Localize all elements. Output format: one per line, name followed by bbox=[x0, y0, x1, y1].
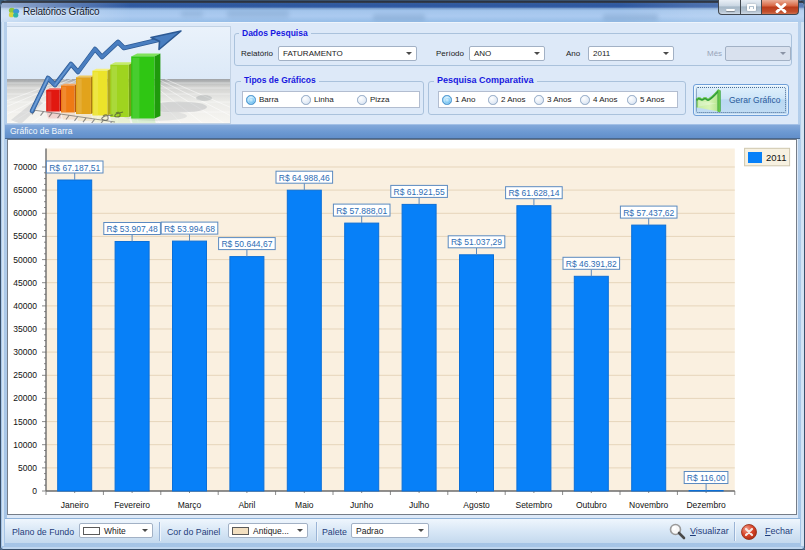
svg-text:Abril: Abril bbox=[238, 500, 255, 510]
svg-text:55000: 55000 bbox=[13, 231, 37, 241]
svg-text:35000: 35000 bbox=[13, 324, 37, 334]
svg-text:R$ 67.187,51: R$ 67.187,51 bbox=[49, 163, 100, 173]
svg-text:Junho: Junho bbox=[350, 500, 373, 510]
svg-text:R$ 51.037,29: R$ 51.037,29 bbox=[451, 237, 502, 247]
svg-text:40000: 40000 bbox=[13, 301, 37, 311]
svg-text:R$ 57.437,62: R$ 57.437,62 bbox=[623, 208, 674, 218]
svg-text:Novembro: Novembro bbox=[629, 500, 668, 510]
svg-text:R$ 61.628,14: R$ 61.628,14 bbox=[508, 188, 559, 198]
svg-text:20000: 20000 bbox=[13, 393, 37, 403]
svg-text:Fevereiro: Fevereiro bbox=[114, 500, 150, 510]
svg-text:Março: Março bbox=[178, 500, 202, 510]
svg-text:0: 0 bbox=[32, 486, 37, 496]
svg-text:R$ 53.994,68: R$ 53.994,68 bbox=[164, 224, 215, 234]
svg-text:Setembro: Setembro bbox=[515, 500, 552, 510]
svg-text:R$ 53.907,48: R$ 53.907,48 bbox=[107, 224, 158, 234]
svg-text:Agosto: Agosto bbox=[463, 500, 490, 510]
svg-text:R$ 46.391,82: R$ 46.391,82 bbox=[566, 259, 617, 269]
svg-text:5000: 5000 bbox=[18, 463, 37, 473]
svg-text:R$ 61.921,55: R$ 61.921,55 bbox=[394, 187, 445, 197]
svg-text:Janeiro: Janeiro bbox=[61, 500, 89, 510]
svg-text:R$ 64.988,46: R$ 64.988,46 bbox=[279, 173, 330, 183]
svg-text:2011: 2011 bbox=[766, 152, 786, 163]
svg-text:R$ 116,00: R$ 116,00 bbox=[687, 473, 726, 483]
svg-text:Julho: Julho bbox=[409, 500, 430, 510]
svg-text:Maio: Maio bbox=[295, 500, 314, 510]
svg-text:30000: 30000 bbox=[13, 347, 37, 357]
svg-text:Dezembro: Dezembro bbox=[686, 500, 725, 510]
svg-text:10000: 10000 bbox=[13, 440, 37, 450]
svg-text:65000: 65000 bbox=[13, 185, 37, 195]
svg-text:45000: 45000 bbox=[13, 278, 37, 288]
svg-text:50000: 50000 bbox=[13, 255, 37, 265]
svg-text:Outubro: Outubro bbox=[576, 500, 607, 510]
svg-text:R$ 50.644,67: R$ 50.644,67 bbox=[221, 239, 272, 249]
svg-text:60000: 60000 bbox=[13, 208, 37, 218]
svg-text:25000: 25000 bbox=[13, 370, 37, 380]
svg-text:15000: 15000 bbox=[13, 417, 37, 427]
svg-text:R$ 57.888,01: R$ 57.888,01 bbox=[336, 206, 387, 216]
svg-text:70000: 70000 bbox=[13, 162, 37, 172]
